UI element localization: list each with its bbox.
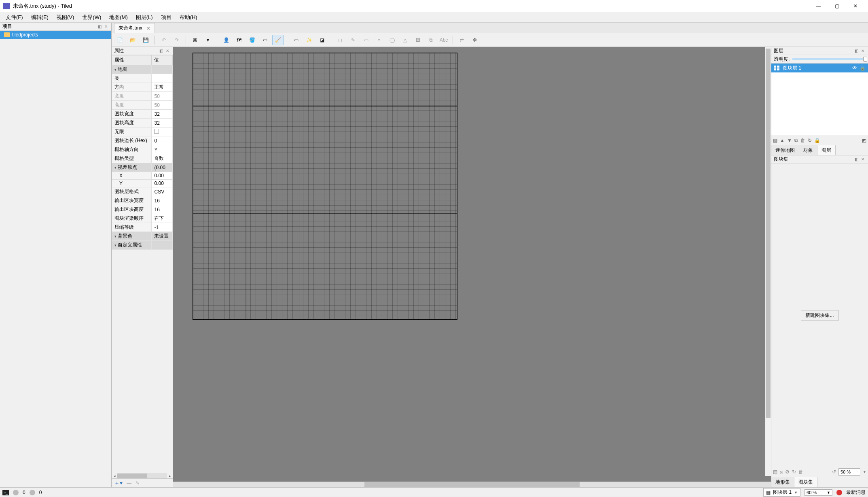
- prop-key[interactable]: 图块边长 (Hex): [112, 136, 152, 145]
- remove-property-button[interactable]: —: [127, 480, 131, 486]
- tool-bucket-button[interactable]: 🪣: [246, 35, 258, 45]
- panel-float-icon[interactable]: ◧: [853, 157, 859, 162]
- menu-图层(L)[interactable]: 图层(L): [132, 13, 157, 22]
- tool-redo-button[interactable]: ↷: [171, 35, 182, 45]
- console-icon[interactable]: >_: [2, 490, 9, 495]
- prop-value[interactable]: -1: [152, 223, 173, 232]
- tool-same-button[interactable]: ◪: [316, 35, 328, 45]
- prop-key[interactable]: 图块渲染顺序: [112, 214, 152, 223]
- zoom-input[interactable]: [805, 490, 824, 495]
- ts-del-button[interactable]: 🗑: [798, 469, 803, 475]
- ts-new-button[interactable]: ▧: [773, 469, 777, 475]
- canvas-vscroll[interactable]: [765, 47, 771, 476]
- document-tab[interactable]: 未命名.tmx ✕: [114, 23, 155, 33]
- dock-tab-地形集[interactable]: 地形集: [771, 477, 794, 487]
- prop-key[interactable]: 图块宽度: [112, 110, 152, 119]
- properties-hscroll[interactable]: ◂▸: [112, 473, 173, 478]
- prop-key[interactable]: 背景色: [112, 232, 152, 241]
- prop-value[interactable]: 右下: [152, 214, 173, 223]
- prop-key[interactable]: 输出区块宽度: [112, 196, 152, 205]
- prop-value[interactable]: 0.00: [152, 180, 173, 187]
- prop-value[interactable]: [152, 74, 173, 83]
- prop-value[interactable]: [152, 127, 173, 136]
- prop-value[interactable]: CSV: [152, 187, 173, 196]
- tileset-zoom-input[interactable]: [838, 468, 860, 476]
- tool-poly-button[interactable]: △: [399, 35, 411, 45]
- prop-value[interactable]: 正常: [152, 83, 173, 92]
- prop-value[interactable]: 0: [152, 136, 173, 145]
- prop-key[interactable]: 输出区块高度: [112, 205, 152, 214]
- prop-value[interactable]: 未设置: [152, 232, 173, 241]
- current-layer-selector[interactable]: ▦ 图块层 1 ▼: [763, 488, 800, 497]
- prop-key[interactable]: 图块高度: [112, 119, 152, 127]
- issues-warn-icon[interactable]: [30, 490, 35, 495]
- panel-float-icon[interactable]: ◧: [97, 24, 102, 30]
- prop-value[interactable]: 16: [152, 205, 173, 214]
- map-canvas[interactable]: [193, 53, 457, 320]
- highlight-button[interactable]: ◩: [862, 138, 866, 143]
- map-viewport[interactable]: [173, 47, 771, 487]
- project-folder-item[interactable]: tiledprojects: [0, 31, 111, 39]
- tool-ex2-button[interactable]: ✥: [469, 35, 481, 45]
- maximize-button[interactable]: ▢: [828, 0, 846, 12]
- prop-key[interactable]: X: [112, 172, 152, 180]
- panel-close-icon[interactable]: ✕: [165, 48, 170, 54]
- refresh-button[interactable]: ↻: [808, 138, 812, 143]
- lock-button[interactable]: 🔒: [814, 138, 820, 143]
- ts-edit-button[interactable]: ⚙: [785, 469, 790, 475]
- menu-地图(M)[interactable]: 地图(M): [105, 13, 132, 22]
- ts-embed-button[interactable]: ⎘: [780, 469, 783, 475]
- minimize-button[interactable]: —: [809, 0, 828, 12]
- tool-ex1-button[interactable]: ⇄: [456, 35, 468, 45]
- prop-key[interactable]: 类: [112, 74, 152, 83]
- prop-key[interactable]: 栅格轴方向: [112, 145, 152, 154]
- prop-value[interactable]: 32: [152, 110, 173, 119]
- canvas-hscroll[interactable]: [173, 482, 771, 487]
- news-icon[interactable]: [836, 490, 842, 495]
- prop-value[interactable]: 50: [152, 101, 173, 110]
- tool-dd-button[interactable]: ▾: [202, 35, 214, 45]
- tool-rectsel-button[interactable]: ▭: [290, 35, 302, 45]
- tool-tpl-button[interactable]: ⧉: [425, 35, 436, 45]
- prop-key[interactable]: 宽度: [112, 92, 152, 101]
- panel-float-icon[interactable]: ◧: [853, 48, 859, 54]
- tool-eraser-button[interactable]: 🧹: [272, 35, 284, 45]
- layer-up-button[interactable]: ▲: [780, 138, 785, 143]
- prop-key[interactable]: Y: [112, 180, 152, 187]
- panel-close-icon[interactable]: ✕: [860, 48, 866, 54]
- layer-down-button[interactable]: ▼: [787, 138, 792, 143]
- new-layer-button[interactable]: ▧: [773, 138, 777, 143]
- visibility-icon[interactable]: 👁: [852, 65, 857, 71]
- prop-key[interactable]: 栅格类型: [112, 154, 152, 163]
- layer-list[interactable]: 图块层 1 👁 🔒: [771, 63, 868, 136]
- add-property-button[interactable]: ＋▾: [114, 480, 123, 487]
- prop-value[interactable]: 32: [152, 119, 173, 127]
- prop-value[interactable]: [152, 241, 173, 250]
- prop-key[interactable]: 图块层格式: [112, 187, 152, 196]
- tab-close-icon[interactable]: ✕: [146, 25, 150, 31]
- ts-dynamic-button[interactable]: ↺: [832, 469, 836, 475]
- tool-point-button[interactable]: •: [373, 35, 385, 45]
- prop-key[interactable]: 高度: [112, 101, 152, 110]
- menu-文件(F)[interactable]: 文件(F): [2, 13, 27, 22]
- prop-key[interactable]: 压缩等级: [112, 223, 152, 232]
- dock-tab-迷你地图[interactable]: 迷你地图: [771, 145, 799, 155]
- new-tileset-button[interactable]: 新建图块集...: [801, 310, 838, 321]
- tool-rect-obj-button[interactable]: ▭: [360, 35, 372, 45]
- chevron-down-icon[interactable]: ▼: [825, 491, 832, 495]
- del-layer-button[interactable]: 🗑: [800, 138, 805, 143]
- prop-value[interactable]: 0.00: [152, 172, 173, 180]
- prop-value[interactable]: [152, 65, 173, 74]
- menu-项目[interactable]: 项目: [157, 13, 176, 22]
- tool-image-button[interactable]: 🖼: [412, 35, 423, 45]
- dock-tab-对象[interactable]: 对象: [799, 145, 817, 155]
- issues-error-icon[interactable]: [13, 490, 19, 495]
- prop-key[interactable]: 地图: [112, 65, 152, 74]
- opacity-slider[interactable]: [792, 58, 866, 60]
- lock-icon[interactable]: 🔒: [860, 65, 866, 71]
- tool-new-button[interactable]: 📄: [114, 35, 125, 45]
- panel-close-icon[interactable]: ✕: [860, 157, 866, 162]
- tool-rect-button[interactable]: ▭: [259, 35, 271, 45]
- dup-layer-button[interactable]: ⧉: [794, 138, 798, 143]
- tool-wand-button[interactable]: ✨: [303, 35, 315, 45]
